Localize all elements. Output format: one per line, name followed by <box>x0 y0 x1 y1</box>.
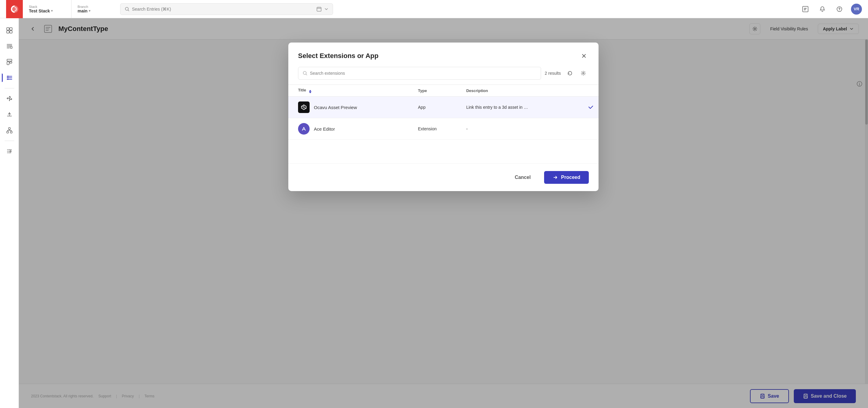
svg-point-4 <box>839 10 840 11</box>
branch-name[interactable]: main ▾ <box>78 8 108 13</box>
chevron-down-icon <box>324 7 329 11</box>
search-icon <box>303 71 308 76</box>
row-ocavu-description: Link this entry to a 3d asset in … <box>461 97 583 118</box>
svg-rect-11 <box>7 62 9 65</box>
stack-label: Stack <box>29 5 65 8</box>
branch-info: Branch main ▾ <box>71 0 114 18</box>
sidebar <box>0 18 19 408</box>
modal-title: Select Extensions or App <box>298 52 378 60</box>
search-extensions-input[interactable] <box>310 71 536 76</box>
col-description: Description <box>461 85 583 97</box>
sidebar-item-content-types[interactable] <box>2 70 17 85</box>
modal-body: Title Type Description <box>288 84 598 164</box>
table-row[interactable]: Ace Editor Extension - <box>288 118 598 140</box>
branch-chevron-icon: ▾ <box>89 9 90 12</box>
calendar-icon <box>316 6 322 12</box>
results-count: 2 results <box>545 71 561 76</box>
stack-name[interactable]: Test Stack ▾ <box>29 8 65 13</box>
row-ocavu-check <box>583 97 598 118</box>
svg-rect-22 <box>10 131 12 133</box>
sidebar-item-content[interactable] <box>2 39 17 54</box>
sidebar-divider-2 <box>5 141 14 141</box>
topbar-right: VR <box>800 4 862 14</box>
svg-rect-20 <box>7 131 8 133</box>
sidebar-divider <box>5 88 14 89</box>
svg-rect-5 <box>7 28 9 30</box>
cancel-button[interactable]: Cancel <box>506 171 539 184</box>
learn-icon[interactable] <box>800 4 811 14</box>
table-body: Ocavu Asset Preview App Link this entry … <box>288 97 598 140</box>
logo[interactable] <box>6 0 23 18</box>
svg-point-23 <box>10 151 11 152</box>
avatar[interactable]: VR <box>851 4 862 14</box>
row-ocavu-type: App <box>413 97 461 118</box>
svg-point-17 <box>9 97 10 98</box>
svg-point-15 <box>7 79 8 80</box>
row-ace-description: - <box>461 118 583 140</box>
svg-point-27 <box>583 73 584 74</box>
svg-rect-8 <box>10 31 12 33</box>
search-input-wrapper[interactable] <box>298 67 541 79</box>
sidebar-item-assets[interactable] <box>2 107 17 122</box>
col-type: Type <box>413 85 461 97</box>
sidebar-item-dashboard[interactable] <box>2 23 17 38</box>
stack-info: Stack Test Stack ▾ <box>23 0 71 18</box>
stack-chevron-icon: ▾ <box>51 9 53 12</box>
filter-settings-icon[interactable] <box>578 68 589 79</box>
sidebar-item-extensions[interactable] <box>2 92 17 106</box>
svg-point-16 <box>7 98 8 99</box>
svg-rect-7 <box>7 31 9 33</box>
svg-point-14 <box>7 77 8 78</box>
checkmark-icon <box>588 106 594 111</box>
modal-select-extensions: Select Extensions or App <box>288 42 598 191</box>
svg-rect-9 <box>10 46 12 48</box>
ace-icon <box>298 123 310 135</box>
content-area: MyContentType Field Visibility Rules App… <box>19 18 868 408</box>
proceed-button[interactable]: Proceed <box>544 171 589 184</box>
svg-rect-21 <box>8 128 10 129</box>
col-title: Title <box>288 85 413 97</box>
modal-overlay: Select Extensions or App <box>19 18 868 408</box>
row-ace-empty <box>583 118 598 140</box>
modal-header: Select Extensions or App <box>288 42 598 67</box>
help-icon[interactable] <box>834 4 845 14</box>
main-layout: MyContentType Field Visibility Rules App… <box>0 18 868 408</box>
svg-point-13 <box>7 76 8 77</box>
sidebar-item-workflows[interactable] <box>2 123 17 138</box>
bell-icon[interactable] <box>817 4 828 14</box>
sidebar-item-settings[interactable] <box>2 144 17 159</box>
extensions-table: Title Type Description <box>288 84 598 140</box>
table-header: Title Type Description <box>288 85 598 97</box>
sidebar-item-pages[interactable] <box>2 55 17 69</box>
row-ace-type: Extension <box>413 118 461 140</box>
row-ace-title: Ace Editor <box>288 118 413 139</box>
svg-rect-6 <box>10 28 12 30</box>
ocavu-icon <box>298 101 310 113</box>
svg-rect-10 <box>7 59 12 61</box>
table-row[interactable]: Ocavu Asset Preview App Link this entry … <box>288 97 598 118</box>
branch-label: Branch <box>78 5 108 8</box>
refresh-icon[interactable] <box>564 68 576 79</box>
search-input[interactable] <box>132 7 314 11</box>
svg-rect-1 <box>317 7 321 11</box>
modal-footer: Cancel Proceed <box>288 164 598 191</box>
topbar: Stack Test Stack ▾ Branch main ▾ <box>0 0 868 18</box>
row-ocavu-title: Ocavu Asset Preview <box>288 97 413 118</box>
arrow-right-icon <box>553 175 558 180</box>
svg-point-18 <box>11 98 11 99</box>
search-actions <box>564 68 589 79</box>
search-bar[interactable] <box>120 3 333 15</box>
svg-rect-12 <box>10 62 12 63</box>
close-button[interactable] <box>579 51 589 61</box>
sort-title-button[interactable] <box>309 90 311 93</box>
search-icon <box>125 7 130 11</box>
modal-search-bar: 2 results <box>288 67 598 79</box>
